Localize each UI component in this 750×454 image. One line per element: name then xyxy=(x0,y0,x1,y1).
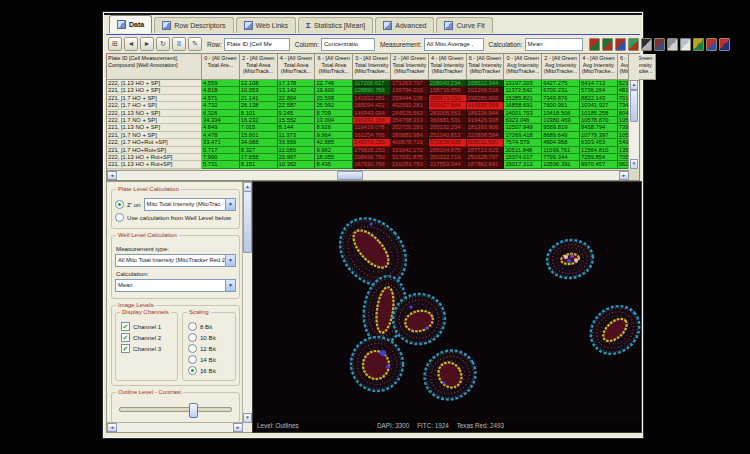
table-cell[interactable]: 13.004 xyxy=(315,117,353,124)
table-cell[interactable]: 22.746 xyxy=(315,80,353,87)
horizontal-scroll-thumb[interactable] xyxy=(337,171,363,180)
table-cell[interactable]: 252340.813 xyxy=(429,132,467,139)
tab-advanced[interactable]: Advanced xyxy=(375,17,434,33)
scroll-right-icon[interactable]: ► xyxy=(619,171,629,180)
table-cell[interactable]: 8.327 xyxy=(240,147,278,154)
table-cell[interactable]: 4.571 xyxy=(202,95,240,102)
table-cell[interactable]: 8.144 xyxy=(278,124,316,131)
settings-vertical-scrollbar[interactable]: ▲ ▼ xyxy=(242,182,252,423)
table-cell[interactable]: 20.967 xyxy=(278,154,316,161)
row-label[interactable]: 222, [1.13 NO + SP] xyxy=(107,110,202,117)
table-cell[interactable]: 10185.258 xyxy=(580,110,618,117)
table-cell[interactable]: 16858.691 xyxy=(504,102,542,109)
chevron-down-icon[interactable]: ▼ xyxy=(225,280,235,291)
zprime-radio[interactable] xyxy=(115,200,124,209)
table-cell[interactable]: 10.053 xyxy=(240,87,278,94)
table-cell[interactable]: 14001.703 xyxy=(504,110,542,117)
table-cell[interactable]: 10380.463 xyxy=(542,117,580,124)
table-cell[interactable]: 15.601 xyxy=(240,132,278,139)
table-cell[interactable]: 6427.275 xyxy=(542,80,580,87)
table-cell[interactable]: 33.471 xyxy=(202,139,240,146)
chevron-down-icon[interactable]: ▼ xyxy=(225,255,235,266)
table-cell[interactable]: 283005.563 xyxy=(429,110,467,117)
table-cell[interactable]: 21.141 xyxy=(240,95,278,102)
table-cell[interactable]: 8689.649 xyxy=(542,132,580,139)
table-cell[interactable]: 42.885 xyxy=(315,139,353,146)
tab-curve-fit[interactable]: Curve Fit xyxy=(436,17,492,33)
row-label[interactable]: 221, [1.7 NO + SP] xyxy=(107,132,202,139)
table-cell[interactable]: 317031.875 xyxy=(391,154,429,161)
table-cell[interactable]: 268522.344 xyxy=(467,80,505,87)
table-cell[interactable]: 9458.794 xyxy=(580,124,618,131)
table-cell[interactable]: 4.818 xyxy=(202,87,240,94)
tab-web-links[interactable]: Web Links xyxy=(236,17,297,33)
table-cell[interactable]: 5.731 xyxy=(202,161,240,168)
table-column-header[interactable]: 6 - [All Green Total Intensity (MitoTrac… xyxy=(467,54,505,80)
plate-red-blue-icon[interactable] xyxy=(654,38,665,51)
table-cell[interactable]: 189336.844 xyxy=(467,110,505,117)
table-cell[interactable]: 7349.876 xyxy=(542,95,580,102)
table-cell[interactable]: 6.326 xyxy=(202,110,240,117)
table-cell[interactable]: 10341.927 xyxy=(580,102,618,109)
table-cell[interactable]: 4.849 xyxy=(202,124,240,131)
measurement-type-dropdown[interactable]: All Mito Total Intensity (MitoTracker Re… xyxy=(115,254,236,267)
table-column-header[interactable]: 4 - [All Green Total Intensity (MitoTrac… xyxy=(429,54,467,80)
flag-red-blue-icon[interactable] xyxy=(706,38,717,51)
scroll-left-icon[interactable]: ◄ xyxy=(107,171,117,180)
scaling-radio[interactable] xyxy=(188,366,197,375)
table-column-header[interactable]: 2 - [All Green Avg Intensity (MitoTracke… xyxy=(542,54,580,80)
table-cell[interactable]: 13197.203 xyxy=(504,80,542,87)
scroll-down-icon[interactable]: ▼ xyxy=(630,159,638,169)
plate-gray-icon[interactable] xyxy=(667,38,678,51)
table-cell[interactable]: 200132.234 xyxy=(429,124,467,131)
table-cell[interactable]: 22.587 xyxy=(278,102,316,109)
scaling-radio[interactable] xyxy=(188,344,197,353)
tab-statistics-mean-[interactable]: ΣStatistics [Mean] xyxy=(298,17,373,33)
table-cell[interactable]: 402593.281 xyxy=(391,102,429,109)
table-vertical-scrollbar[interactable]: ▲ ▼ xyxy=(628,80,639,169)
vertical-scroll-thumb[interactable] xyxy=(630,90,638,122)
table-cell[interactable]: 16.232 xyxy=(240,117,278,124)
table-cell[interactable]: 360681.531 xyxy=(429,117,467,124)
table-cell[interactable]: 11036.761 xyxy=(542,147,580,154)
table-cell[interactable]: 19.600 xyxy=(315,87,353,94)
table-column-header[interactable]: 0 - [All Green Total Intensity (MitoTrac… xyxy=(353,54,391,80)
overlay-red-blue-icon[interactable] xyxy=(615,38,626,51)
table-cell[interactable]: 20511.848 xyxy=(504,147,542,154)
table-cell[interactable]: 8.709 xyxy=(315,110,353,117)
pause-columns-icon[interactable]: II xyxy=(172,37,186,51)
table-cell[interactable]: 13.142 xyxy=(278,87,316,94)
table-cell[interactable]: 391390.156 xyxy=(353,117,391,124)
table-cell[interactable]: 10596.391 xyxy=(542,161,580,168)
scroll-right-icon[interactable]: ► xyxy=(233,423,243,432)
table-cell[interactable]: 208040.234 xyxy=(429,80,467,87)
table-cell[interactable]: 17.178 xyxy=(278,80,316,87)
tab-data[interactable]: Data xyxy=(109,15,152,33)
row-label[interactable]: 222, [1.7 HO+Rot +SP] xyxy=(107,139,202,146)
table-cell[interactable]: 5736.264 xyxy=(580,87,618,94)
table-cell[interactable]: 11.080 xyxy=(278,147,316,154)
table-column-header[interactable]: 2 - [All Green Total Area (MitoTrack... xyxy=(240,54,278,80)
table-column-header[interactable]: 2 - [All Green Total Intensity (MitoTrac… xyxy=(391,54,429,80)
next-icon[interactable]: ► xyxy=(140,37,154,51)
table-cell[interactable]: 8.101 xyxy=(240,110,278,117)
table-cell[interactable]: 39.559 xyxy=(278,139,316,146)
channel-checkbox[interactable]: ✔ xyxy=(121,333,130,342)
chevron-down-icon[interactable]: ▼ xyxy=(225,199,235,210)
table-cell[interactable]: 608011.500 xyxy=(467,139,505,146)
table-cell[interactable]: 7799.344 xyxy=(542,154,580,161)
table-cell[interactable]: 141932.281 xyxy=(353,95,391,102)
scroll-up-icon[interactable]: ▲ xyxy=(630,80,638,90)
table-cell[interactable]: 145943.094 xyxy=(353,110,391,117)
table-cell[interactable]: 17.658 xyxy=(240,154,278,161)
refresh-icon[interactable]: ↻ xyxy=(156,37,170,51)
table-cell[interactable]: 216283.750 xyxy=(391,161,429,168)
table-cell[interactable]: 15285.821 xyxy=(504,95,542,102)
table-cell[interactable]: 546372.250 xyxy=(353,139,391,146)
table-cell[interactable]: 10779.397 xyxy=(580,132,618,139)
vertical-scroll-thumb[interactable] xyxy=(243,191,252,253)
table-cell[interactable]: 15017.312 xyxy=(504,161,542,168)
channel-checkbox[interactable]: ✔ xyxy=(121,344,130,353)
table-cell[interactable]: 10578.870 xyxy=(580,117,618,124)
row-label[interactable]: 222, [1.7 HO + SP] xyxy=(107,102,202,109)
